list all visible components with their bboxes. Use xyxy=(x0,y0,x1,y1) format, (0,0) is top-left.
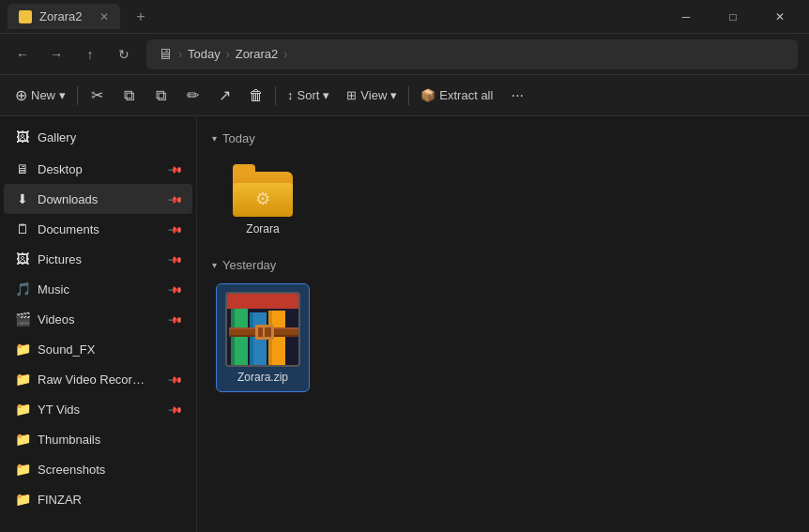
share-button[interactable]: ↗ xyxy=(209,81,239,111)
sidebar-item-documents[interactable]: 🗒 Documents 📌 xyxy=(4,214,192,244)
title-bar: Zorara2 ✕ + ─ □ ✕ xyxy=(0,0,809,34)
maximize-button[interactable]: □ xyxy=(711,3,755,31)
folder-icon: 📁 xyxy=(15,432,30,447)
minimize-button[interactable]: ─ xyxy=(664,3,708,31)
share-icon: ↗ xyxy=(219,86,231,104)
content-area: ▾ Today ⚙ Zorara ▾ Yesterday xyxy=(197,116,809,532)
zorara-folder-label: Zorara xyxy=(246,222,279,236)
pictures-icon: 🖼 xyxy=(15,251,30,266)
downloads-icon: ⬇ xyxy=(15,191,30,206)
sidebar-item-label: Music xyxy=(38,282,162,296)
sidebar-item-label: Gallery xyxy=(38,130,181,144)
view-button[interactable]: ⊞ View ▾ xyxy=(339,81,404,111)
more-icon: ··· xyxy=(511,87,524,104)
extract-all-button[interactable]: 📦 Extract all xyxy=(413,81,500,111)
sidebar-item-label: YT Vids xyxy=(38,403,162,417)
yesterday-items-grid: Zorara.zip xyxy=(212,283,794,392)
sidebar-item-gallery[interactable]: 🖼 Gallery xyxy=(4,122,192,152)
today-items-grid: ⚙ Zorara xyxy=(212,157,794,243)
sidebar-item-music[interactable]: 🎵 Music 📌 xyxy=(4,274,192,304)
sidebar-item-label: FINZAR xyxy=(38,493,181,507)
svg-rect-13 xyxy=(263,327,265,337)
back-button[interactable]: ← xyxy=(8,39,38,69)
active-tab[interactable]: Zorara2 ✕ xyxy=(8,4,120,29)
yesterday-label: Yesterday xyxy=(222,258,276,272)
toolbar-sep-2 xyxy=(275,86,276,105)
zorara-folder-item[interactable]: ⚙ Zorara xyxy=(216,157,310,243)
delete-button[interactable]: 🗑 xyxy=(241,81,271,111)
refresh-button[interactable]: ↻ xyxy=(109,39,139,69)
sidebar-item-downloads[interactable]: ⬇ Downloads 📌 xyxy=(4,184,192,214)
rename-button[interactable]: ✏ xyxy=(177,81,207,111)
new-chevron-icon: ▾ xyxy=(59,88,66,102)
path-zorara2[interactable]: Zorara2 xyxy=(236,47,279,61)
address-bar: ← → ↑ ↻ 🖥 › Today › Zorara2 › xyxy=(0,34,809,75)
tab-close-button[interactable]: ✕ xyxy=(99,10,109,23)
folder-icon: 📁 xyxy=(15,402,30,417)
sidebar-item-pictures[interactable]: 🖼 Pictures 📌 xyxy=(4,244,192,274)
tab-folder-icon xyxy=(19,10,32,23)
yesterday-section-header[interactable]: ▾ Yesterday xyxy=(212,258,794,272)
toolbar: ⊕ New ▾ ✂ ⧉ ⧉ ✏ ↗ 🗑 ↕ Sort ▾ ⊞ View ▾ 📦 … xyxy=(0,75,809,116)
desktop-icon: 🖥 xyxy=(15,161,30,176)
sort-label: Sort xyxy=(298,88,320,102)
folder-graphic: ⚙ xyxy=(233,164,293,217)
pin-icon: 📌 xyxy=(168,161,183,176)
today-section-header[interactable]: ▾ Today xyxy=(212,131,794,145)
more-options-button[interactable]: ··· xyxy=(502,81,532,111)
music-icon: 🎵 xyxy=(15,281,30,296)
pin-icon: 📌 xyxy=(168,191,183,206)
extract-icon: 📦 xyxy=(420,88,435,102)
new-tab-button[interactable]: + xyxy=(128,4,154,30)
sidebar-item-raw-video[interactable]: 📁 Raw Video Recor… 📌 xyxy=(4,364,192,394)
path-downloads[interactable]: Today xyxy=(188,47,221,61)
paste-button[interactable]: ⧉ xyxy=(145,81,176,111)
zorara-zip-item[interactable]: Zorara.zip xyxy=(216,283,310,392)
sidebar-item-videos[interactable]: 🎬 Videos 📌 xyxy=(4,304,192,334)
copy-button[interactable]: ⧉ xyxy=(114,81,144,111)
sidebar-item-yt-vids[interactable]: 📁 YT Vids 📌 xyxy=(4,394,192,424)
pin-icon: 📌 xyxy=(168,281,183,296)
sort-button[interactable]: ↕ Sort ▾ xyxy=(280,81,337,111)
pin-icon: 📌 xyxy=(168,312,183,327)
new-button[interactable]: ⊕ New ▾ xyxy=(8,81,73,111)
sidebar-item-label: Raw Video Recor… xyxy=(38,372,162,387)
sidebar-item-label: Documents xyxy=(38,222,162,236)
folder-icon: 📁 xyxy=(15,342,30,357)
cut-button[interactable]: ✂ xyxy=(82,81,112,111)
paste-icon: ⧉ xyxy=(156,87,166,104)
zorara-zip-label: Zorara.zip xyxy=(237,371,288,384)
forward-icon: → xyxy=(50,47,63,62)
address-path[interactable]: 🖥 › Today › Zorara2 › xyxy=(146,39,798,69)
svg-rect-1 xyxy=(227,294,300,309)
yesterday-chevron-icon: ▾ xyxy=(212,260,217,270)
sidebar-item-thumbnails[interactable]: 📁 Thumbnails xyxy=(4,424,192,454)
window-controls: ─ □ ✕ xyxy=(664,3,801,31)
refresh-icon: ↻ xyxy=(118,47,130,62)
sort-chevron-icon: ▾ xyxy=(323,88,329,102)
pin-icon: 📌 xyxy=(168,372,183,387)
sidebar-item-sound-fx[interactable]: 📁 Sound_FX xyxy=(4,334,192,364)
sidebar-item-label: Screenshots xyxy=(38,463,181,477)
toolbar-sep-3 xyxy=(408,86,409,105)
sidebar-item-desktop[interactable]: 🖥 Desktop 📌 xyxy=(4,154,192,184)
folder-icon: 📁 xyxy=(15,492,30,507)
tab-title: Zorara2 xyxy=(39,9,83,23)
pin-icon: 📌 xyxy=(168,221,183,236)
sidebar-item-screenshots[interactable]: 📁 Screenshots xyxy=(4,454,192,484)
up-button[interactable]: ↑ xyxy=(75,39,105,69)
pin-icon: 📌 xyxy=(168,402,183,417)
close-button[interactable]: ✕ xyxy=(758,3,801,31)
documents-icon: 🗒 xyxy=(15,221,30,236)
computer-icon: 🖥 xyxy=(158,46,173,63)
extract-all-label: Extract all xyxy=(439,88,493,102)
sidebar-item-label: Sound_FX xyxy=(38,342,181,357)
forward-button[interactable]: → xyxy=(41,39,71,69)
sidebar-item-label: Pictures xyxy=(38,252,162,266)
today-label: Today xyxy=(222,131,255,145)
folder-icon: 📁 xyxy=(15,372,30,387)
sidebar-item-finzar[interactable]: 📁 FINZAR xyxy=(4,484,192,514)
today-chevron-icon: ▾ xyxy=(212,133,217,144)
sidebar-item-label: Thumbnails xyxy=(38,433,181,447)
main-layout: 🖼 Gallery 🖥 Desktop 📌 ⬇ Downloads 📌 🗒 Do… xyxy=(0,116,809,532)
